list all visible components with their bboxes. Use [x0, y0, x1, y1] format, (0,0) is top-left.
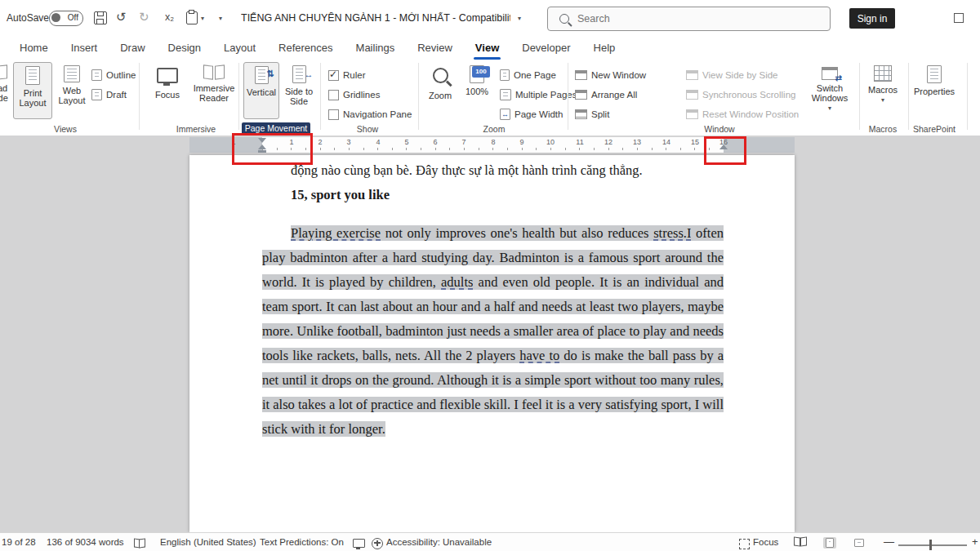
- split-button[interactable]: Split: [575, 107, 609, 122]
- zoom-slider-thumb[interactable]: [929, 540, 932, 550]
- title-dropdown-icon[interactable]: ▾: [518, 15, 521, 22]
- ruler-number: 14: [662, 138, 671, 146]
- text-predictions-status[interactable]: Text Predictions: On: [260, 537, 344, 547]
- tab-layout[interactable]: Layout: [212, 37, 267, 60]
- restore-window-icon[interactable]: [954, 13, 964, 23]
- checkbox-icon[interactable]: [328, 109, 339, 120]
- draft-button[interactable]: Draft: [91, 87, 127, 102]
- tab-review[interactable]: Review: [406, 37, 464, 60]
- view-side-by-side-button: View Side by Side: [686, 68, 777, 82]
- tab-design[interactable]: Design: [157, 37, 212, 60]
- save-icon[interactable]: [94, 11, 107, 24]
- properties-icon: [927, 65, 942, 83]
- group-divider: [320, 63, 321, 130]
- navigation-pane-checkbox[interactable]: Navigation Pane: [328, 107, 412, 122]
- accessibility-status[interactable]: Accessibility: Unavailable: [386, 537, 492, 547]
- page-number-status[interactable]: 19 of 28: [2, 537, 36, 547]
- sign-in-button[interactable]: Sign in: [849, 8, 895, 29]
- status-bar: 19 of 28 136 of 9034 words English (Unit…: [0, 532, 980, 551]
- checkbox-icon[interactable]: [328, 90, 339, 100]
- ruler-number: 10: [546, 138, 555, 146]
- gridlines-checkbox[interactable]: Gridlines: [328, 87, 380, 102]
- ruler-number: 3: [344, 138, 354, 146]
- tab-view[interactable]: View: [464, 37, 510, 60]
- autosave-toggle[interactable]: Off: [49, 11, 83, 26]
- page-width-button[interactable]: ↔ Page Width: [500, 107, 563, 122]
- zoom-in-button[interactable]: +: [972, 535, 978, 548]
- macros-button[interactable]: Macros ▾: [862, 62, 903, 119]
- side-to-side-icon: ↔: [292, 65, 306, 83]
- print-layout-icon: [25, 66, 40, 85]
- focus-mode-button[interactable]: Focus: [753, 537, 778, 547]
- new-window-button[interactable]: New Window: [575, 68, 646, 82]
- tab-insert[interactable]: Insert: [60, 37, 109, 60]
- group-divider: [139, 63, 140, 130]
- tab-help[interactable]: Help: [582, 37, 627, 60]
- tab-draw[interactable]: Draw: [109, 37, 156, 60]
- synchronous-scrolling-icon: [686, 90, 698, 100]
- word-count-status[interactable]: 136 of 9034 words: [47, 537, 124, 547]
- zoom-button[interactable]: Zoom: [423, 62, 457, 119]
- group-divider: [418, 63, 419, 130]
- ruler-number: 12: [604, 138, 613, 146]
- search-box[interactable]: [547, 7, 831, 31]
- immersive-reader-button[interactable]: Immersive Reader: [190, 62, 238, 119]
- outline-button[interactable]: Outline: [91, 68, 136, 82]
- undo-icon[interactable]: ↺: [116, 10, 127, 24]
- selected-paragraph[interactable]: Playing exercise not only improves one's…: [262, 221, 724, 442]
- zoom-slider-track[interactable]: [898, 544, 967, 546]
- properties-button[interactable]: Properties: [911, 62, 957, 119]
- subscript-icon[interactable]: x₂: [165, 11, 174, 23]
- ruler-number: 11: [575, 138, 585, 146]
- autosave-state: Off: [68, 13, 78, 22]
- print-layout-view-icon[interactable]: [823, 537, 836, 549]
- tab-developer[interactable]: Developer: [510, 37, 581, 60]
- text-segment: stress.I: [653, 225, 691, 241]
- checkbox-checked-icon[interactable]: [328, 70, 339, 81]
- ribbon: Read Mode Print Layout Web Layout Outlin…: [0, 60, 980, 136]
- focus-mode-icon[interactable]: [739, 539, 750, 549]
- side-to-side-button[interactable]: ↔ Side to Side: [281, 62, 317, 119]
- web-layout-view-icon[interactable]: [853, 537, 866, 549]
- document-page[interactable]: động nào cùng bạn bè. Đây thực sự là một…: [189, 155, 795, 532]
- arrange-all-button[interactable]: Arrange All: [575, 87, 637, 102]
- one-page-icon: [500, 69, 510, 81]
- view-side-by-side-icon: [686, 70, 698, 80]
- ruler-number: 6: [430, 138, 440, 146]
- ruler-checkbox[interactable]: Ruler: [328, 68, 365, 82]
- switch-windows-button[interactable]: ⇄ Switch Windows ▾: [807, 62, 853, 119]
- reset-window-position-button: Reset Window Position: [686, 107, 799, 122]
- paste-icon[interactable]: [186, 11, 198, 24]
- print-layout-button[interactable]: Print Layout: [13, 62, 52, 119]
- focus-button[interactable]: Focus: [147, 62, 188, 119]
- reset-window-position-icon: [686, 109, 698, 119]
- multiple-pages-button[interactable]: Multiple Pages: [500, 87, 577, 102]
- focus-icon: [157, 68, 178, 83]
- search-input[interactable]: [576, 12, 800, 25]
- outline-icon: [91, 69, 102, 81]
- one-page-button[interactable]: One Page: [500, 68, 556, 82]
- language-status[interactable]: English (United States): [160, 537, 256, 547]
- ruler-number: 7: [459, 138, 469, 146]
- tab-home[interactable]: Home: [8, 37, 60, 60]
- display-settings-icon[interactable]: [353, 539, 365, 548]
- zoom-out-button[interactable]: —: [884, 535, 894, 548]
- views-group-label: Views: [41, 124, 90, 134]
- proofing-errors-icon[interactable]: [134, 539, 145, 547]
- tab-references[interactable]: References: [267, 37, 344, 60]
- vertical-icon: ⇅: [255, 66, 269, 84]
- new-window-icon: [575, 70, 587, 80]
- zoom-100-button[interactable]: 100 100%: [460, 62, 494, 119]
- macros-icon: [874, 65, 892, 82]
- web-layout-button[interactable]: Web Layout: [54, 62, 90, 119]
- chevron-down-icon: ▾: [881, 96, 884, 104]
- ruler-ticks: [262, 148, 724, 150]
- immersive-reader-icon: [203, 65, 225, 80]
- redo-icon[interactable]: ↻: [139, 10, 149, 24]
- qat-customize-icon[interactable]: ▾: [219, 15, 222, 22]
- tab-mailings[interactable]: Mailings: [345, 37, 407, 60]
- zoom-100-icon: 100: [470, 65, 484, 83]
- paste-dropdown-icon[interactable]: ▾: [201, 15, 204, 22]
- read-mode-view-icon[interactable]: [794, 537, 807, 549]
- vertical-button[interactable]: ⇅ Vertical: [243, 62, 279, 119]
